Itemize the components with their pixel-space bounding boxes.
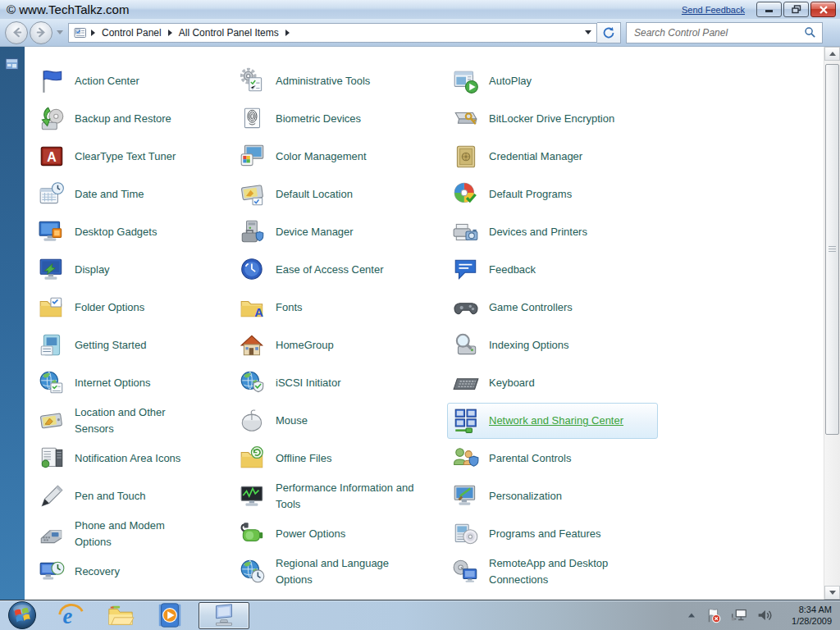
windows-explorer-taskbar-icon[interactable]: [106, 601, 135, 629]
item-label[interactable]: ClearType Text Tuner: [75, 148, 176, 165]
item-label[interactable]: Default Location: [276, 186, 353, 203]
item-label[interactable]: Fonts: [276, 299, 303, 316]
control-panel-item-default-location[interactable]: Default Location: [239, 176, 452, 213]
item-label[interactable]: Offline Files: [276, 450, 331, 467]
active-window-taskbar-button[interactable]: [199, 602, 249, 629]
start-button[interactable]: [7, 600, 37, 630]
control-panel-item-device-manager[interactable]: Device Manager: [239, 213, 452, 251]
control-panel-item-location-and-other-sensors[interactable]: Location and Other Sensors: [38, 402, 239, 440]
control-panel-item-notification-area-icons[interactable]: Notification Area Icons: [38, 440, 239, 477]
control-panel-item-ease-of-access-center[interactable]: Ease of Access Center: [239, 251, 452, 289]
item-label[interactable]: Administrative Tools: [276, 73, 370, 89]
search-input[interactable]: [632, 26, 801, 39]
item-label[interactable]: Default Programs: [489, 186, 572, 203]
control-panel-item-backup-and-restore[interactable]: Backup and Restore: [38, 100, 239, 138]
back-button[interactable]: [5, 21, 28, 44]
show-hidden-icons-button[interactable]: [686, 609, 697, 621]
item-label[interactable]: Power Options: [276, 526, 345, 542]
item-label[interactable]: Notification Area Icons: [75, 450, 180, 467]
control-panel-item-bitlocker-drive-encryption[interactable]: BitLocker Drive Encryption: [452, 100, 667, 138]
control-panel-item-fonts[interactable]: AFonts: [239, 289, 452, 326]
item-label[interactable]: Regional and Language Options: [276, 555, 407, 588]
item-label[interactable]: RemoteApp and Desktop Connections: [489, 555, 628, 588]
control-panel-item-game-controllers[interactable]: Game Controllers: [452, 289, 667, 326]
control-panel-item-offline-files[interactable]: Offline Files: [239, 440, 452, 477]
control-panel-item-indexing-options[interactable]: Indexing Options: [452, 326, 667, 364]
vertical-scrollbar[interactable]: [824, 47, 840, 600]
item-label[interactable]: Recovery: [75, 564, 120, 580]
control-panel-item-color-management[interactable]: Color Management: [239, 138, 452, 176]
item-label[interactable]: Phone and Modem Options: [75, 518, 173, 550]
item-label[interactable]: Feedback: [489, 262, 536, 278]
item-label[interactable]: Performance Information and Tools: [276, 480, 415, 513]
item-label[interactable]: AutoPlay: [489, 73, 532, 89]
control-panel-item-feedback[interactable]: Feedback: [452, 251, 667, 289]
control-panel-item-network-and-sharing-center[interactable]: Network and Sharing Center: [447, 403, 658, 439]
address-dropdown-icon[interactable]: [585, 30, 591, 34]
control-panel-item-mouse[interactable]: Mouse: [239, 402, 452, 440]
item-label[interactable]: Ease of Access Center: [276, 262, 384, 278]
control-panel-item-recovery[interactable]: Recovery: [38, 553, 239, 591]
refresh-button[interactable]: [597, 22, 621, 43]
send-feedback-link[interactable]: Send Feedback: [682, 5, 745, 15]
control-panel-item-iscsi-initiator[interactable]: iSCSI Initiator: [239, 364, 452, 402]
control-panel-item-administrative-tools[interactable]: Administrative Tools: [239, 62, 452, 100]
item-label[interactable]: Getting Started: [75, 337, 146, 354]
item-label[interactable]: Action Center: [75, 73, 139, 89]
volume-tray-icon[interactable]: [756, 606, 774, 624]
search-box[interactable]: [626, 22, 823, 43]
control-panel-item-keyboard[interactable]: Keyboard: [452, 364, 667, 402]
item-label[interactable]: Mouse: [276, 413, 308, 429]
breadcrumb-arrow-icon[interactable]: [168, 30, 172, 36]
scroll-down-button[interactable]: [824, 586, 840, 600]
control-panel-item-default-programs[interactable]: Default Programs: [452, 176, 667, 213]
control-panel-item-power-options[interactable]: Power Options: [239, 515, 452, 553]
item-label[interactable]: Parental Controls: [489, 450, 571, 467]
search-icon[interactable]: [804, 26, 816, 39]
item-label[interactable]: Location and Other Sensors: [75, 404, 198, 437]
network-tray-icon[interactable]: [730, 606, 748, 624]
breadcrumb-all-control-panel-items[interactable]: All Control Panel Items: [174, 27, 284, 39]
item-label[interactable]: Programs and Features: [489, 526, 601, 542]
control-panel-item-devices-and-printers[interactable]: Devices and Printers: [452, 213, 667, 251]
item-label[interactable]: Game Controllers: [489, 299, 573, 316]
control-panel-item-regional-and-language-options[interactable]: Regional and Language Options: [239, 553, 452, 591]
control-panel-item-programs-and-features[interactable]: Programs and Features: [452, 515, 667, 553]
control-panel-item-autoplay[interactable]: AutoPlay: [452, 62, 667, 100]
item-label[interactable]: Devices and Printers: [489, 224, 587, 240]
item-label[interactable]: Color Management: [276, 148, 367, 165]
item-label[interactable]: Credential Manager: [489, 148, 582, 165]
item-label[interactable]: Pen and Touch: [75, 488, 146, 504]
control-panel-item-internet-options[interactable]: Internet Options: [38, 364, 239, 402]
item-label[interactable]: iSCSI Initiator: [276, 375, 340, 391]
control-panel-item-phone-and-modem-options[interactable]: Phone and Modem Options: [38, 515, 239, 553]
control-panel-item-display[interactable]: Display: [38, 251, 239, 289]
control-panel-item-personalization[interactable]: Personalization: [452, 477, 667, 515]
scroll-up-button[interactable]: [824, 47, 840, 61]
item-label[interactable]: Display: [75, 262, 110, 278]
control-panel-item-remoteapp-and-desktop-connections[interactable]: RemoteApp and Desktop Connections: [452, 553, 667, 591]
item-label[interactable]: Internet Options: [75, 375, 151, 391]
control-panel-item-desktop-gadgets[interactable]: Desktop Gadgets: [38, 213, 239, 251]
forward-button[interactable]: [30, 21, 52, 44]
control-panel-item-cleartype-text-tuner[interactable]: AClearType Text Tuner: [38, 138, 239, 176]
scrollbar-thumb[interactable]: [825, 64, 839, 435]
action-center-tray-icon[interactable]: [705, 606, 723, 624]
internet-explorer-taskbar-icon[interactable]: e: [57, 601, 85, 629]
breadcrumb-arrow-icon[interactable]: [285, 30, 290, 36]
control-panel-item-pen-and-touch[interactable]: Pen and Touch: [38, 477, 239, 515]
item-label[interactable]: HomeGroup: [276, 337, 334, 354]
control-panel-item-performance-information-and-tools[interactable]: Performance Information and Tools: [239, 477, 452, 515]
desktop-shortcut-icon[interactable]: [5, 57, 19, 74]
item-label[interactable]: Keyboard: [489, 375, 535, 391]
control-panel-item-parental-controls[interactable]: Parental Controls: [452, 440, 667, 477]
item-label[interactable]: Personalization: [489, 488, 562, 504]
item-label[interactable]: BitLocker Drive Encryption: [489, 111, 614, 127]
control-panel-item-date-and-time[interactable]: Date and Time: [38, 176, 239, 213]
recent-pages-dropdown[interactable]: [57, 30, 63, 34]
control-panel-item-action-center[interactable]: Action Center: [38, 62, 239, 100]
item-label[interactable]: Folder Options: [75, 299, 144, 316]
restore-button[interactable]: [783, 2, 809, 17]
item-label[interactable]: Backup and Restore: [75, 111, 171, 127]
item-label[interactable]: Biometric Devices: [276, 111, 361, 127]
